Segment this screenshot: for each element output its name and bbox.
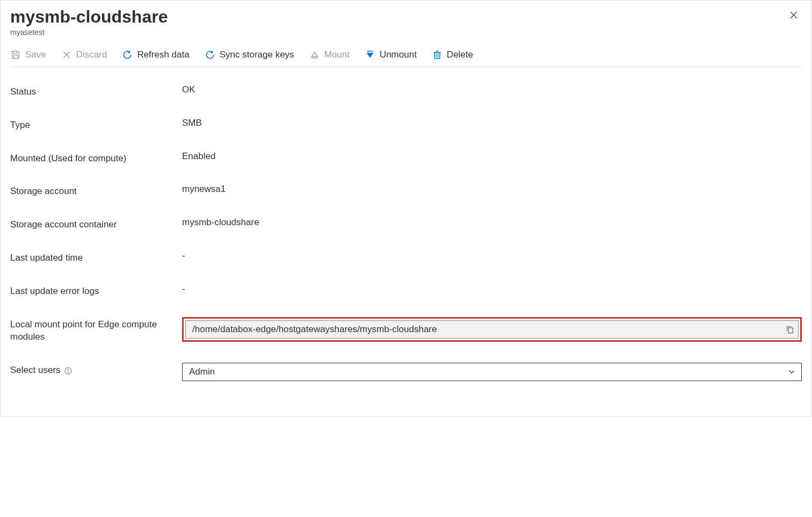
svg-point-18: [68, 369, 68, 370]
save-icon: [10, 49, 21, 60]
unmount-label: Unmount: [380, 49, 417, 60]
fields-section: Status OK Type SMB Mounted (Used for com…: [10, 84, 802, 381]
mounted-row: Mounted (Used for compute) Enabled: [10, 151, 802, 165]
share-detail-panel: mysmb-cloudshare myasetest Save Discard: [0, 0, 812, 417]
resource-subtitle: myasetest: [10, 28, 168, 37]
error-logs-value: -: [182, 284, 802, 295]
last-updated-label: Last updated time: [10, 250, 182, 264]
close-button[interactable]: [786, 7, 802, 25]
svg-rect-3: [13, 55, 18, 59]
refresh-icon: [122, 49, 133, 60]
error-logs-label: Last update error logs: [10, 284, 182, 298]
select-users-label: Select users: [10, 363, 182, 377]
mount-icon: [309, 49, 320, 60]
mounted-value: Enabled: [182, 151, 802, 162]
chevron-down-icon: [787, 368, 796, 376]
close-icon: [789, 13, 799, 21]
sync-label: Sync storage keys: [220, 49, 294, 60]
mount-point-input[interactable]: /home/databox-edge/hostgatewayshares/mys…: [185, 320, 799, 339]
type-label: Type: [10, 118, 182, 132]
unmount-button[interactable]: Unmount: [365, 48, 417, 61]
last-updated-row: Last updated time -: [10, 250, 802, 264]
select-users-value: Admin: [189, 367, 787, 377]
last-updated-value: -: [182, 250, 802, 261]
sync-button[interactable]: Sync storage keys: [205, 48, 294, 61]
page-title: mysmb-cloudshare: [10, 7, 168, 27]
mounted-label: Mounted (Used for compute): [10, 151, 182, 165]
discard-label: Discard: [76, 49, 107, 60]
delete-label: Delete: [447, 49, 473, 60]
svg-rect-2: [13, 51, 17, 53]
refresh-label: Refresh data: [137, 49, 189, 60]
status-row: Status OK: [10, 84, 802, 98]
storage-account-value: mynewsa1: [182, 184, 802, 195]
mount-button: Mount: [309, 48, 350, 61]
mount-point-highlight: /home/databox-edge/hostgatewayshares/mys…: [182, 317, 802, 342]
select-users-dropdown[interactable]: Admin: [182, 363, 802, 381]
save-label: Save: [25, 49, 46, 60]
type-value: SMB: [182, 118, 802, 128]
svg-marker-6: [311, 52, 318, 56]
type-row: Type SMB: [10, 118, 802, 132]
container-value: mysmb-cloudshare: [182, 217, 802, 228]
container-row: Storage account container mysmb-cloudsha…: [10, 217, 802, 231]
toolbar: Save Discard Refresh data Sync storage k…: [10, 48, 802, 67]
save-button: Save: [10, 48, 46, 61]
delete-icon: [432, 49, 443, 60]
delete-button[interactable]: Delete: [432, 48, 473, 61]
info-icon[interactable]: [64, 366, 73, 375]
status-value: OK: [182, 84, 802, 95]
svg-marker-8: [367, 53, 373, 58]
status-label: Status: [10, 84, 182, 98]
mount-point-label: Local mount point for Edge compute modul…: [10, 317, 182, 344]
copy-icon[interactable]: [785, 325, 795, 334]
error-logs-row: Last update error logs -: [10, 284, 802, 298]
storage-account-label: Storage account: [10, 184, 182, 198]
container-label: Storage account container: [10, 217, 182, 231]
mount-point-value: /home/databox-edge/hostgatewayshares/mys…: [192, 324, 785, 335]
storage-account-row: Storage account mynewsa1: [10, 184, 802, 198]
discard-icon: [61, 49, 72, 60]
unmount-icon: [365, 49, 375, 60]
refresh-button[interactable]: Refresh data: [122, 48, 189, 61]
sync-icon: [205, 49, 215, 60]
svg-rect-15: [788, 328, 793, 333]
select-users-row: Select users Admin: [10, 363, 802, 381]
discard-button: Discard: [61, 48, 107, 61]
mount-label: Mount: [324, 49, 350, 60]
mount-point-row: Local mount point for Edge compute modul…: [10, 317, 802, 344]
svg-rect-10: [434, 53, 440, 59]
